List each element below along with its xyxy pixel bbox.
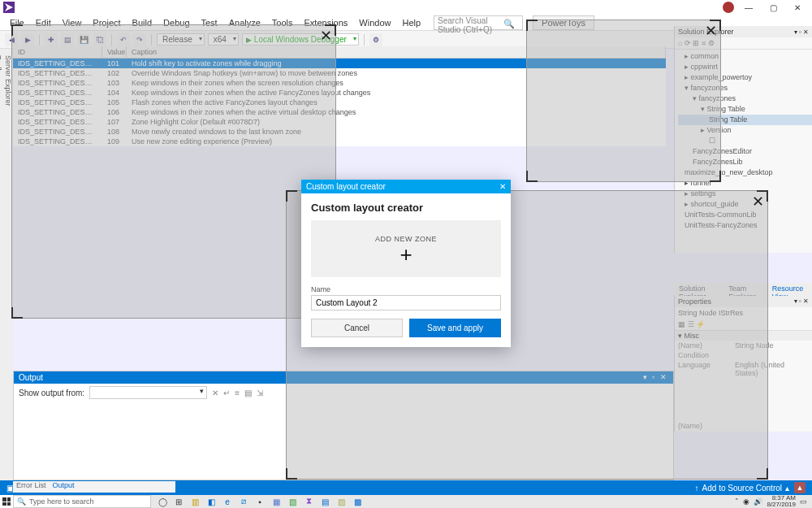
start-button[interactable] [0, 495, 13, 508]
tray-volume-icon[interactable]: 🔊 [754, 497, 762, 506]
tab-error-list[interactable]: Error List [16, 481, 46, 493]
output-scroll-icon[interactable]: ⇲ [257, 389, 263, 397]
toolbox-tab[interactable]: Toolbox [0, 52, 3, 480]
tray-clock[interactable]: 8:37 AM8/27/2019 [767, 495, 796, 508]
dialog-heading: Custom layout creator [311, 202, 501, 214]
maximize-button[interactable]: ▢ [765, 2, 781, 13]
vs-icon[interactable]: ⧗ [300, 495, 317, 508]
powershell-icon[interactable]: ▤ [317, 495, 333, 508]
add-zone-button[interactable]: ADD NEW ZONE + [311, 220, 501, 277]
tray-notifications-icon[interactable]: ▭ [800, 497, 807, 506]
windows-taskbar: 🔍 Type here to search ◯ ⊞ ▥ ◧ e ⧄ ▪ ▦ ▧ … [0, 495, 812, 508]
zone-close-icon[interactable]: ✕ [320, 27, 332, 45]
output-clear-icon[interactable]: ✕ [212, 389, 218, 397]
add-source-control-button[interactable]: ↑ Add to Source Control ▴ [695, 484, 789, 493]
cancel-button[interactable]: Cancel [311, 319, 403, 337]
fancyzone-zone-2[interactable]: ✕ [526, 20, 721, 182]
excel-icon[interactable]: ▧ [284, 495, 300, 508]
outlook-icon[interactable]: ◧ [203, 495, 219, 508]
taskbar-search[interactable]: 🔍 Type here to search [13, 495, 151, 508]
close-button[interactable]: ✕ [789, 2, 806, 13]
plus-icon: + [400, 246, 412, 263]
zone-close-icon[interactable]: ✕ [705, 22, 717, 40]
save-apply-button[interactable]: Save and apply [409, 319, 501, 337]
menu-help[interactable]: Help [397, 16, 425, 29]
app-icon[interactable]: ▨ [333, 495, 349, 508]
output-wrap-icon[interactable]: ↵ [223, 389, 230, 397]
zone-close-icon[interactable]: ✕ [752, 193, 764, 211]
output-title: Output [19, 373, 43, 382]
taskview-icon[interactable]: ⊞ [171, 495, 187, 508]
tab-output[interactable]: Output [53, 481, 75, 493]
output-source-dropdown[interactable] [89, 386, 207, 399]
notifications-icon[interactable]: ▲ [794, 482, 806, 493]
panel-controls[interactable]: ▾ ▫ ✕ [794, 297, 809, 306]
layout-name-input[interactable] [311, 295, 501, 310]
custom-layout-dialog: Custom layout creator ✕ Custom layout cr… [301, 180, 511, 347]
output-goto-icon[interactable]: ≡ [235, 389, 240, 397]
cortana-icon[interactable]: ◯ [154, 495, 171, 508]
title-bar: — ▢ ✕ [0, 0, 812, 15]
tray-wifi-icon[interactable]: ◉ [743, 497, 749, 506]
vs-logo-icon [3, 2, 15, 13]
dialog-close-icon[interactable]: ✕ [499, 182, 506, 191]
explorer-icon[interactable]: ▥ [187, 495, 203, 508]
minimize-button[interactable]: — [741, 2, 757, 13]
panel-controls[interactable]: ▾ ▫ ✕ [794, 28, 809, 36]
edge-icon[interactable]: e [219, 495, 235, 508]
user-avatar[interactable] [723, 2, 734, 13]
menu-window[interactable]: Window [354, 16, 395, 29]
teams-icon[interactable]: ▦ [268, 495, 284, 508]
search-icon: 🔍 [499, 17, 520, 31]
terminal-icon[interactable]: ▪ [252, 495, 268, 508]
tab-resource-view[interactable]: Resource View [767, 283, 812, 296]
app-icon[interactable]: ▩ [349, 495, 365, 508]
output-from-label: Show output from: [19, 389, 84, 397]
tool-icon[interactable]: ⚙ [369, 33, 382, 46]
bottom-tool-tabs: Error List Output [13, 481, 175, 493]
output-toggle-icon[interactable]: ▤ [244, 389, 252, 397]
dialog-titlebar: Custom layout creator [306, 182, 386, 191]
vscode-icon[interactable]: ⧄ [235, 495, 252, 508]
name-label: Name [311, 285, 501, 293]
tray-chevron-icon[interactable]: ˄ [735, 497, 739, 506]
